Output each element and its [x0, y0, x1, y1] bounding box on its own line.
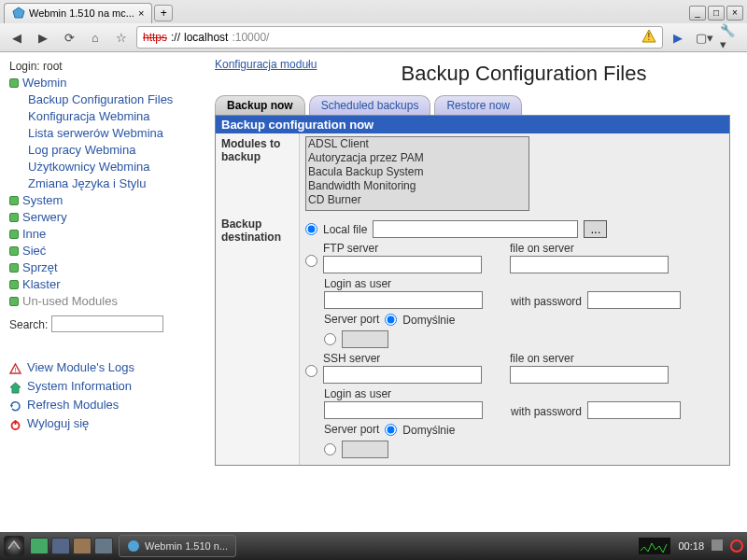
ftp-login-label: Login as user: [324, 277, 511, 290]
category-icon: [9, 263, 19, 273]
ssh-server-label: SSH server: [323, 352, 510, 365]
refresh-modules-link[interactable]: Refresh Modules: [27, 396, 119, 414]
tab-row: Backup now Scheduled backups Restore now: [215, 95, 730, 115]
sidebar-item-config-webmin[interactable]: Konfiguracja Webmina: [28, 109, 150, 123]
ssh-radio[interactable]: [305, 365, 317, 377]
ssh-file-input[interactable]: [510, 366, 669, 384]
tools-button[interactable]: 🔧▾: [719, 27, 741, 48]
sidebar-cat-hardware[interactable]: Sprzęt: [22, 259, 58, 276]
forward-button[interactable]: ▶: [32, 27, 54, 48]
refresh-icon: [9, 399, 21, 412]
launcher-icon[interactable]: [30, 538, 49, 554]
local-file-radio[interactable]: [305, 223, 317, 235]
ssh-file-label: file on server: [510, 352, 697, 365]
tab-scheduled-backups[interactable]: Scheduled backups: [309, 95, 431, 115]
sidebar-item-server-list[interactable]: Lista serwerów Webmina: [28, 126, 163, 140]
ssh-port-default-radio[interactable]: [385, 424, 397, 436]
page-title: Backup Configuration Files: [317, 62, 730, 86]
ssh-login-input[interactable]: [324, 401, 483, 419]
ftp-port-custom-radio[interactable]: [324, 333, 336, 345]
cpu-graph-icon: [639, 538, 670, 554]
main-content: Konfiguracja modułu Backup Configuration…: [207, 52, 747, 533]
close-tab-icon[interactable]: ×: [138, 7, 144, 19]
url-bar[interactable]: https://localhost:10000/ !: [136, 26, 663, 49]
sidebar-item-users[interactable]: Użytkownicy Webmina: [28, 160, 150, 174]
ssh-port-label: Server port: [324, 423, 379, 436]
power-icon: [9, 418, 21, 430]
category-icon: [9, 213, 19, 222]
sidebar-cat-system[interactable]: System: [22, 192, 63, 209]
page-menu-button[interactable]: ▢▾: [693, 27, 715, 48]
system-information-link[interactable]: System Information: [27, 377, 132, 396]
ftp-login-input[interactable]: [324, 291, 483, 309]
module-option[interactable]: Bandwidth Monitoring: [306, 179, 529, 193]
taskbar-item[interactable]: Webmin 1.510 n...: [119, 535, 236, 557]
reload-button[interactable]: ⟳: [58, 27, 80, 48]
tab-backup-now[interactable]: Backup now: [215, 95, 305, 115]
browser-tab[interactable]: Webmin 1.510 na mc... ×: [4, 3, 152, 23]
sidebar-cat-other[interactable]: Inne: [22, 226, 46, 243]
home-button[interactable]: ⌂: [84, 27, 106, 48]
module-option[interactable]: CD Burner: [306, 193, 529, 207]
ftp-password-label: with password: [511, 295, 582, 308]
sidebar-cat-unused[interactable]: Un-used Modules: [22, 293, 118, 310]
svg-text:!: !: [14, 366, 16, 374]
tray-icon[interactable]: [712, 539, 723, 553]
page-body: Login: root Webmin Backup Configuration …: [0, 52, 747, 533]
sidebar-cat-cluster[interactable]: Klaster: [22, 276, 60, 293]
launcher-icon[interactable]: [94, 538, 113, 554]
webmin-favicon: [12, 7, 25, 20]
module-option[interactable]: Bacula Backup System: [306, 165, 529, 179]
ftp-server-input[interactable]: [323, 256, 482, 273]
url-port: :10000/: [232, 31, 269, 44]
tab-restore-now[interactable]: Restore now: [434, 95, 521, 115]
local-file-label: Local file: [323, 223, 367, 236]
launcher-icon[interactable]: [51, 538, 70, 554]
bookmark-button[interactable]: ☆: [110, 27, 133, 48]
ssh-port-input[interactable]: [342, 441, 388, 458]
ftp-file-input[interactable]: [510, 256, 669, 273]
ftp-port-default-label: Domyślnie: [402, 314, 455, 327]
clock: 00:18: [678, 540, 704, 552]
svg-point-9: [128, 540, 139, 552]
module-config-link[interactable]: Konfiguracja modułu: [215, 58, 317, 86]
ssh-port-custom-radio[interactable]: [324, 443, 336, 455]
module-option[interactable]: Autoryzacja przez PAM: [306, 151, 529, 165]
sidebar-item-log[interactable]: Log pracy Webmina: [28, 143, 135, 157]
browse-button[interactable]: ...: [584, 220, 607, 238]
start-button[interactable]: [4, 536, 24, 556]
sidebar-cat-network[interactable]: Sieć: [22, 243, 46, 259]
ftp-port-input[interactable]: [342, 330, 388, 348]
sidebar-item-backup-config[interactable]: Backup Configuration Files: [28, 92, 173, 106]
back-button[interactable]: ◀: [6, 27, 28, 48]
close-window-button[interactable]: ×: [726, 6, 743, 21]
ssh-login-label: Login as user: [324, 387, 511, 400]
ssh-server-input[interactable]: [323, 366, 482, 384]
sidebar-cat-servers[interactable]: Serwery: [22, 209, 67, 226]
go-button[interactable]: ▶: [667, 27, 689, 48]
power-icon[interactable]: [730, 539, 743, 553]
module-option[interactable]: ADSL Client: [306, 137, 529, 151]
ssh-port-default-label: Domyślnie: [402, 424, 455, 437]
ftp-password-input[interactable]: [587, 291, 681, 309]
maximize-button[interactable]: □: [708, 6, 725, 21]
search-input[interactable]: [51, 315, 163, 332]
backup-panel: Backup configuration now Modules to back…: [215, 115, 730, 466]
launcher-icon[interactable]: [73, 538, 92, 554]
sidebar-item-lang-style[interactable]: Zmiana Języka i Stylu: [28, 176, 146, 190]
view-module-logs-link[interactable]: View Module's Logs: [27, 358, 134, 377]
local-file-input[interactable]: [373, 220, 578, 238]
new-tab-button[interactable]: +: [154, 5, 173, 21]
ftp-port-default-radio[interactable]: [385, 314, 397, 326]
svg-text:!: !: [648, 32, 651, 42]
ftp-server-label: FTP server: [323, 242, 510, 255]
logout-link[interactable]: Wyloguj się: [27, 414, 89, 433]
minimize-button[interactable]: _: [689, 6, 706, 21]
ssh-password-input[interactable]: [587, 401, 681, 419]
category-icon: [9, 230, 19, 239]
modules-listbox[interactable]: ADSL Client Autoryzacja przez PAM Bacula…: [305, 136, 529, 211]
ftp-radio[interactable]: [305, 255, 317, 267]
svg-marker-5: [10, 383, 21, 393]
category-icon: [9, 246, 19, 256]
sidebar-cat-webmin[interactable]: Webmin: [22, 75, 66, 91]
